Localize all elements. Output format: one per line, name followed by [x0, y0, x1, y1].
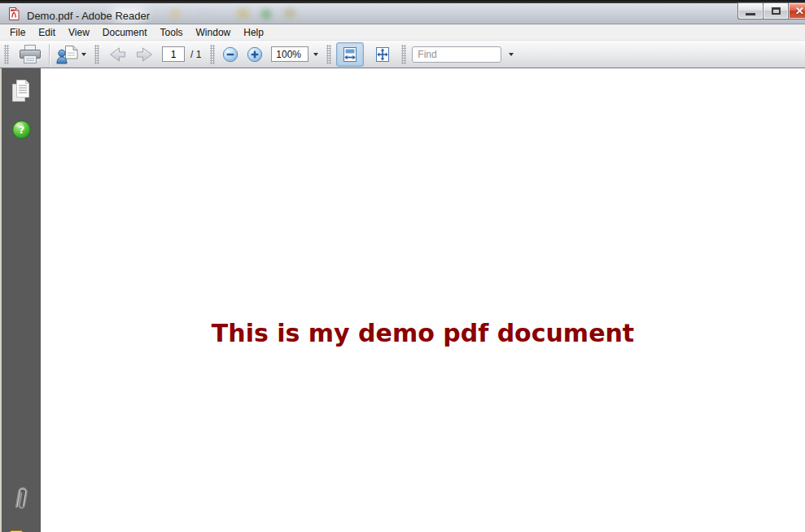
- toolbar-grip[interactable]: [210, 45, 215, 64]
- zoom-in-icon: [247, 46, 263, 63]
- prev-page-icon: [107, 46, 128, 63]
- glass-reflection: [198, 10, 208, 19]
- zoom-out-icon: [222, 46, 238, 63]
- glass-reflection: [260, 9, 272, 20]
- menubar: File Edit View Document Tools Window Hel…: [0, 24, 805, 41]
- maximize-button[interactable]: [763, 2, 788, 20]
- document-heading: This is my demo pdf document: [41, 319, 805, 347]
- menu-file[interactable]: File: [3, 24, 32, 41]
- fit-width-icon: [342, 46, 358, 63]
- help-icon: ?: [12, 120, 31, 139]
- glass-reflection: [283, 8, 296, 19]
- fit-page-icon: [374, 46, 391, 63]
- attachments-button[interactable]: [2, 484, 41, 513]
- page-thumbnails-icon: [9, 78, 33, 107]
- find-input[interactable]: [412, 46, 501, 63]
- content-area: ?: [0, 68, 805, 532]
- page-count-label: / 1: [190, 49, 201, 60]
- maximize-icon: [772, 7, 781, 15]
- help-button[interactable]: ?: [2, 120, 41, 139]
- fit-page-button[interactable]: [369, 42, 396, 67]
- help-glyph: ?: [18, 124, 24, 136]
- comments-icon: [10, 529, 33, 532]
- toolbar-separator: [49, 44, 50, 65]
- collaborate-button[interactable]: [53, 42, 90, 67]
- glass-reflection: [236, 8, 250, 20]
- pdf-file-icon: [7, 7, 21, 24]
- collaborate-dropdown-caret: [81, 53, 86, 56]
- menu-edit[interactable]: Edit: [32, 24, 62, 41]
- toolbar: / 1 100%: [0, 41, 805, 68]
- previous-page-button[interactable]: [103, 44, 131, 65]
- close-icon: ✕: [795, 5, 804, 17]
- menu-window[interactable]: Window: [190, 24, 238, 41]
- zoom-level-value[interactable]: 100%: [271, 46, 308, 62]
- sidebar: ?: [2, 68, 41, 532]
- print-button[interactable]: [15, 41, 46, 68]
- print-icon: [18, 44, 42, 65]
- document-page[interactable]: This is my demo pdf document: [41, 68, 805, 532]
- minimize-icon: [746, 13, 755, 15]
- adobe-reader-window: Demo.pdf - Adobe Reader ✕ File Edit View…: [0, 0, 805, 532]
- minimize-button[interactable]: [737, 2, 763, 20]
- zoom-out-button[interactable]: [219, 44, 242, 65]
- glass-reflection: [169, 9, 182, 20]
- next-page-icon: [134, 46, 155, 63]
- toolbar-grip[interactable]: [4, 45, 9, 64]
- toolbar-grip[interactable]: [326, 45, 331, 64]
- menu-view[interactable]: View: [62, 24, 96, 41]
- chevron-down-icon: [509, 53, 514, 56]
- toolbar-grip[interactable]: [94, 45, 99, 64]
- menu-document[interactable]: Document: [96, 24, 154, 41]
- collaborate-icon: [56, 45, 79, 64]
- titlebar[interactable]: Demo.pdf - Adobe Reader ✕: [0, 0, 805, 24]
- comments-button[interactable]: [2, 529, 41, 532]
- attachments-icon: [11, 484, 32, 513]
- page-thumbnails-button[interactable]: [2, 78, 41, 107]
- zoom-in-button[interactable]: [243, 44, 266, 65]
- desktop-edge: [0, 0, 805, 3]
- toolbar-grip[interactable]: [401, 45, 406, 64]
- next-page-button[interactable]: [131, 44, 159, 65]
- zoom-dropdown-button[interactable]: [308, 49, 323, 60]
- menu-tools[interactable]: Tools: [154, 24, 190, 41]
- menu-help[interactable]: Help: [237, 24, 270, 41]
- fit-width-button[interactable]: [336, 42, 364, 67]
- close-button[interactable]: ✕: [788, 2, 805, 20]
- chevron-down-icon: [313, 53, 318, 56]
- window-title: Demo.pdf - Adobe Reader: [27, 10, 150, 22]
- page-number-input[interactable]: [162, 46, 185, 62]
- find-dropdown-button[interactable]: [504, 49, 518, 60]
- window-controls: ✕: [737, 2, 805, 20]
